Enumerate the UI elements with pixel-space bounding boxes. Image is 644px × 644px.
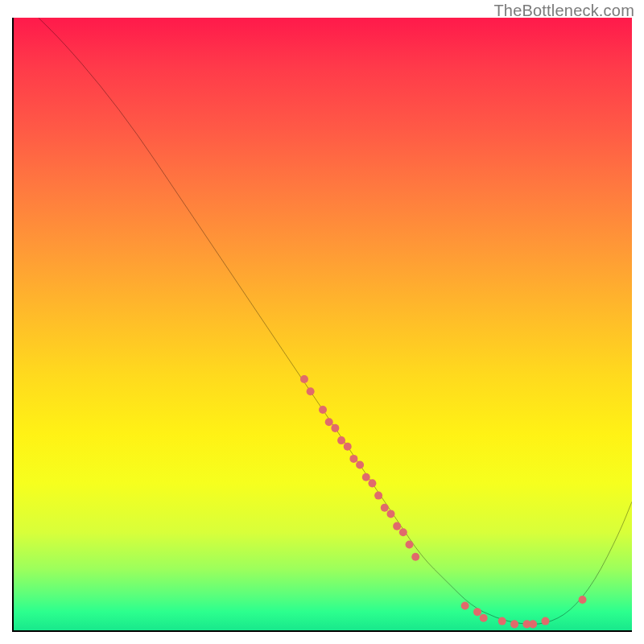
data-point xyxy=(349,455,357,463)
data-point xyxy=(579,596,587,604)
data-point xyxy=(480,614,488,622)
data-point xyxy=(498,617,506,625)
data-point xyxy=(374,492,382,500)
data-point xyxy=(356,461,364,469)
plot-area xyxy=(12,18,632,632)
chart-container: TheBottleneck.com xyxy=(0,0,644,644)
data-point xyxy=(393,522,401,530)
data-point xyxy=(473,608,481,616)
data-point xyxy=(368,479,376,487)
data-point xyxy=(381,504,389,512)
data-point xyxy=(300,375,308,383)
data-point xyxy=(510,620,518,628)
data-point xyxy=(337,436,345,444)
chart-svg xyxy=(14,18,632,630)
data-point xyxy=(325,418,333,426)
data-point xyxy=(344,443,352,451)
data-point xyxy=(331,424,339,432)
data-point xyxy=(529,620,537,628)
data-point xyxy=(362,473,370,481)
data-point xyxy=(541,617,549,625)
data-point xyxy=(406,540,414,548)
data-point xyxy=(307,387,315,395)
curve-line xyxy=(39,18,632,624)
marker-group xyxy=(300,375,587,628)
data-point xyxy=(461,602,469,610)
data-point xyxy=(319,406,327,414)
data-point xyxy=(399,528,407,536)
data-point xyxy=(411,553,419,561)
data-point xyxy=(386,510,394,518)
